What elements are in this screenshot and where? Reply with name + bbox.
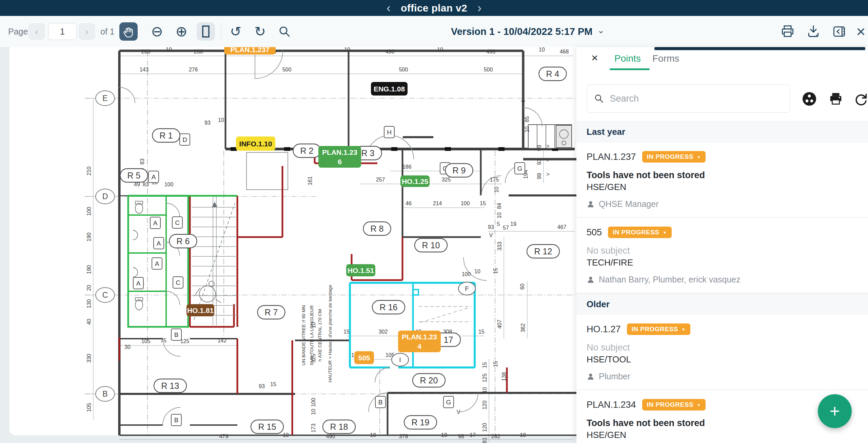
toggle-panel-button[interactable] [830, 22, 848, 41]
svg-text:175: 175 [490, 177, 499, 183]
svg-text:ENG.1.08: ENG.1.08 [374, 85, 405, 93]
point-list-item[interactable]: 505IN PROGRESS▼No subjectTECH/FIRENathan… [576, 218, 868, 293]
fit-page-button[interactable] [197, 22, 215, 41]
caret-down-icon: ▼ [663, 230, 667, 235]
svg-text:186: 186 [402, 164, 412, 170]
room-label: R 5 [120, 169, 148, 182]
svg-text:R 15: R 15 [258, 422, 276, 431]
svg-text:10: 10 [441, 432, 447, 438]
svg-text:>: > [546, 157, 549, 163]
point-assignees: Nathan Barry, Plumber, erick vasquez [587, 275, 858, 284]
grid-bubble: B [85, 386, 115, 401]
panel-header: × Points Forms [576, 47, 868, 70]
svg-text:407: 407 [497, 320, 502, 329]
print-list-button[interactable] [828, 91, 844, 107]
tab-points[interactable]: Points [614, 53, 641, 64]
room-label: R 8 [363, 222, 391, 235]
svg-text:210: 210 [86, 167, 92, 176]
search-box[interactable] [587, 84, 790, 113]
door-label: F [458, 282, 475, 295]
download-button[interactable] [804, 22, 823, 41]
prev-plan-icon[interactable]: ‹ [387, 1, 391, 15]
zoom-out-button[interactable]: ⊖ [148, 22, 166, 41]
svg-text:PLAN.1.23: PLAN.1.23 [402, 333, 437, 341]
task-pin[interactable]: HO.1.81 [186, 304, 214, 316]
refresh-button[interactable] [853, 91, 868, 107]
task-pin[interactable]: HO.1.25 [400, 175, 430, 187]
search-icon [278, 25, 291, 38]
page-number-input[interactable] [48, 23, 77, 40]
version-dropdown[interactable]: Version 1 - 10/04/2022 5:17 PM ⌄ [451, 16, 605, 47]
svg-text:10: 10 [482, 387, 488, 393]
caret-down-icon: ▼ [697, 155, 701, 160]
print-button[interactable] [778, 22, 797, 41]
assignee-names: Plumber [599, 372, 630, 381]
section-header: Last year [576, 121, 868, 142]
next-plan-icon[interactable]: › [477, 1, 481, 15]
svg-text:R 2: R 2 [300, 146, 314, 155]
point-subject: No subject [587, 342, 858, 353]
page-prev-button[interactable]: ‹ [28, 23, 45, 40]
point-category: HSE/GEN [587, 430, 858, 440]
point-assignees: Plumber [587, 372, 858, 381]
pan-tool-button[interactable] [119, 22, 138, 41]
status-badge[interactable]: IN PROGRESS▼ [608, 227, 672, 238]
zoom-in-button[interactable]: ⊕ [172, 22, 191, 41]
viewer-toolbar: Page ‹ › of 1 ⊖ ⊕ ↺ ↻ Version 1 - 10/04/… [0, 16, 868, 47]
svg-text:282: 282 [491, 434, 500, 439]
status-badge[interactable]: IN PROGRESS▼ [627, 323, 691, 335]
hand-icon [122, 25, 135, 38]
task-pin[interactable]: PLAN.1.234 [398, 331, 441, 352]
page-next-button[interactable]: › [79, 23, 95, 40]
svg-text:276: 276 [189, 67, 198, 72]
annotation-notes: UN BANDE VITREE rf 60 MNSUR TOUTE LA LON… [301, 285, 333, 382]
door-label: A [149, 171, 159, 183]
svg-text:4: 4 [520, 100, 526, 103]
svg-text:10: 10 [524, 126, 530, 132]
redo-button[interactable]: ↻ [251, 22, 269, 41]
point-list-item[interactable]: PLAN.1.237IN PROGRESS▼Tools have not bee… [576, 142, 868, 218]
svg-text:84: 84 [496, 203, 502, 209]
task-pin[interactable]: ENG.1.08 [371, 82, 408, 96]
svg-text:125: 125 [482, 374, 488, 383]
refresh-icon [853, 91, 868, 107]
close-panel-icon[interactable]: × [591, 51, 598, 64]
room-label: R 12 [527, 245, 559, 258]
task-pin[interactable]: HO.1.51 [346, 264, 375, 276]
task-pin[interactable]: 505 [354, 351, 374, 364]
task-pin[interactable]: PLAN.1.237 [224, 47, 276, 55]
plan-top-wall-sliver [654, 47, 865, 50]
tab-forms[interactable]: Forms [652, 53, 679, 64]
cluster-filter-button[interactable] [802, 91, 817, 107]
status-text: IN PROGRESS [613, 229, 659, 236]
svg-text:302: 302 [379, 329, 388, 335]
undo-button[interactable]: ↺ [226, 22, 245, 41]
door-label: A [133, 277, 143, 289]
svg-text:B: B [174, 331, 179, 338]
door-label: B [375, 396, 386, 408]
search-tool-button[interactable] [275, 22, 294, 41]
point-list-item[interactable]: HO.1.27IN PROGRESS▼No subjectHSE/TOOLPlu… [576, 315, 868, 390]
svg-text:5: 5 [497, 221, 500, 227]
status-text: IN PROGRESS [647, 153, 693, 161]
svg-text:F: F [465, 285, 469, 292]
french-note: h AXE CENTRAL 170 CM [317, 309, 322, 362]
status-badge[interactable]: IN PROGRESS▼ [642, 399, 706, 410]
task-pin[interactable]: INFO.1.10 [236, 136, 275, 151]
svg-text:120: 120 [482, 401, 488, 410]
status-text: IN PROGRESS [647, 401, 693, 408]
svg-text:330: 330 [86, 354, 92, 363]
plan-green-walls [128, 196, 237, 327]
svg-text:257: 257 [376, 177, 385, 183]
svg-text:PLAN.1.237: PLAN.1.237 [230, 47, 270, 54]
svg-text:R 1: R 1 [160, 131, 173, 140]
svg-text:R 7: R 7 [265, 308, 278, 317]
close-viewer-button[interactable]: × [852, 22, 868, 41]
svg-text:98: 98 [458, 434, 464, 439]
search-input[interactable] [609, 93, 782, 104]
task-pin[interactable]: PLAN.1.236 [318, 146, 361, 168]
add-point-fab[interactable]: + [818, 394, 852, 428]
svg-text:93: 93 [204, 120, 211, 126]
door-label: C [173, 277, 183, 288]
status-badge[interactable]: IN PROGRESS▼ [642, 151, 706, 163]
